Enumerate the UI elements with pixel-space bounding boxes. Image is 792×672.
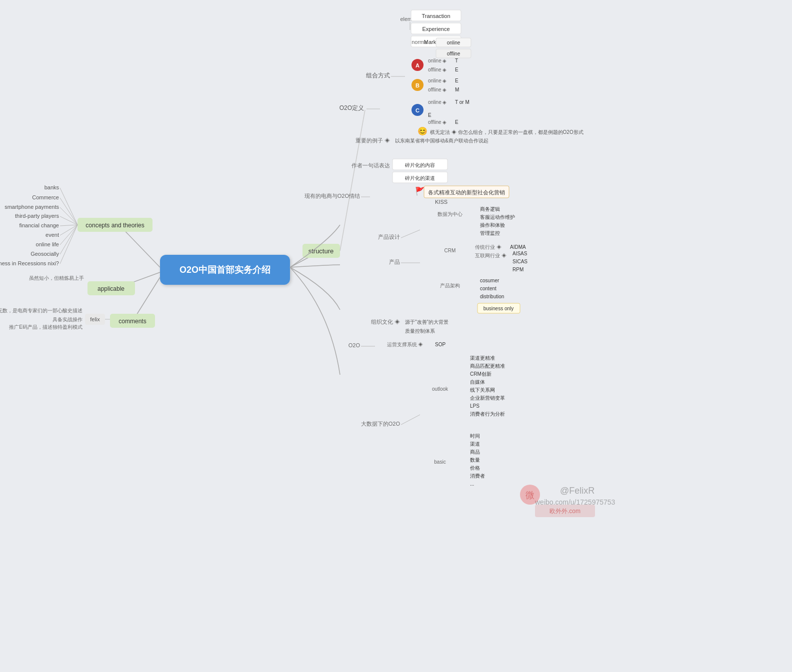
a-T: T <box>455 58 458 63</box>
c-online: online ◈ <box>428 99 446 105</box>
quality-control: 质量控制体系 <box>405 328 435 334</box>
combo-label: 组合方式 <box>366 72 390 79</box>
b-label: B <box>416 82 420 88</box>
normal-label: normal <box>412 39 428 45</box>
flag-icon: 🚩 <box>415 186 425 196</box>
financial-change-label: financial change <box>19 222 59 228</box>
geosocially-label: Geosocially <box>30 251 59 257</box>
felix-label: felix <box>90 316 100 322</box>
o2o-label: O2O <box>348 342 360 348</box>
kiss-label: KISS <box>435 199 448 205</box>
comment3: 推广E码产品，描述独特盈利模式 <box>9 324 82 330</box>
offline-normal-label: offline <box>447 51 460 56</box>
svg-rect-0 <box>0 0 792 672</box>
experience-label: Experience <box>422 26 450 32</box>
crm-label: CRM <box>444 248 456 253</box>
fragmented-channel: 碎片化的渠道 <box>404 175 435 181</box>
rpm-label: RPM <box>512 267 524 272</box>
important-example-label: 重要的例子 ◈ <box>356 137 390 143</box>
customer-ops: 客服运动作维护 <box>480 214 515 220</box>
center-label: O2O中国首部实务介绍 <box>180 264 270 275</box>
new-sales: 企业新营销变革 <box>470 395 505 401</box>
c-label: C <box>416 107 420 113</box>
data-center-label: 数据为中心 <box>438 211 462 217</box>
bigdata-label: 大数据下的O2O <box>361 421 400 427</box>
a-offline: offline ◈ <box>428 67 446 72</box>
comments-label: comments <box>118 318 146 325</box>
comment1: 示例无数，是电商专家们的一部心酸史描述 <box>0 308 82 313</box>
b-offline: offline ◈ <box>428 87 446 92</box>
smartphone-label: smartphone payments <box>4 204 59 210</box>
time-label: 时间 <box>470 433 480 439</box>
sicas-label: SICAS <box>512 259 528 264</box>
event-label: event <box>46 232 59 238</box>
content-label: content <box>480 286 496 291</box>
channel-label: 渠道 <box>470 441 480 447</box>
c-E2: E <box>455 119 458 125</box>
social-marketing-label: 各式精准互动的新型社会化营销 <box>428 189 505 195</box>
consumer-label: cosumer <box>480 278 500 283</box>
product-arch-label: 产品架构 <box>440 283 460 288</box>
a-label: A <box>416 62 420 68</box>
eu-label: 欧外外.com <box>550 508 580 515</box>
o2o-def-label: O2O定义 <box>340 104 364 111</box>
precise-match: 商品匹配更精准 <box>470 363 505 369</box>
fragmented-content: 碎片化的内容 <box>404 162 435 168</box>
concepts-label: concepts and theories <box>86 222 144 229</box>
quantity-label: 数量 <box>470 457 480 463</box>
internet-label: 互联网行业 ◈ <box>475 253 506 258</box>
precise-channel: 渠道更精准 <box>470 355 495 361</box>
lps-label: LPS <box>470 403 480 409</box>
banks-label: banks <box>44 184 60 190</box>
b-M: M <box>455 87 459 92</box>
applicable-sub: 虽然短小，但精炼易上手 <box>29 275 84 281</box>
c-TorM: T or M <box>455 99 470 105</box>
aisas-label: AISAS <box>512 251 528 256</box>
org-culture-desc: 源于"改善"的大背景 <box>405 319 448 325</box>
offline-network: 线下关系网 <box>470 387 495 393</box>
weibo-handle: @FelixR <box>560 486 594 496</box>
c-E1: E <box>428 112 432 118</box>
consumer2-label: 消费者 <box>470 473 485 479</box>
weibo-logo-text: 微 <box>526 490 534 500</box>
a-E: E <box>455 67 458 72</box>
comment2: 具备实战操作 <box>52 317 82 322</box>
commerce-label: Commerce <box>32 194 59 200</box>
sop-label: SOP <box>435 342 446 347</box>
business-logic: 商务逻辑 <box>480 206 500 212</box>
aidma-label: AIDMA <box>510 244 526 250</box>
author-quote-label: 作者一句话表达 <box>351 162 390 168</box>
business-only-label: business only <box>484 306 514 311</box>
distribution-label: distribution <box>480 294 504 299</box>
transaction-label: Transaction <box>422 13 450 19</box>
c-offline: offline ◈ <box>428 119 446 125</box>
existing-label: 现有的电商与O2O情结 <box>304 193 360 199</box>
self-media: 自媒体 <box>470 379 485 385</box>
consumer-analysis: 消费者行为分析 <box>470 411 505 417</box>
third-party-label: third-party players <box>15 213 60 219</box>
chess-label: 棋无定法 ◈ 你怎么组合，只要是正常的一盘棋，都是例题的O2O形式 <box>430 129 584 135</box>
org-culture-label: 组织文化 ◈ <box>371 319 400 325</box>
product-design-label: 产品设计 <box>378 234 400 240</box>
extra-label: ... <box>470 481 474 487</box>
outlook-label: outlook <box>432 386 448 392</box>
emoji-chess: 😊 <box>418 126 428 136</box>
product-label: 产品 <box>389 259 400 265</box>
applicable-label: applicable <box>98 285 124 292</box>
business-recessions-label: business in Recessions nixi? <box>0 260 59 266</box>
important-example-text: 以东南某省将中国移动&商户联动合作说起 <box>395 138 488 143</box>
basic-label: basic <box>434 459 446 465</box>
price-label: 价格 <box>470 465 480 471</box>
operations-exp: 操作和体验 <box>480 222 505 228</box>
b-E: E <box>455 78 458 83</box>
online-life-label: online life <box>36 241 59 247</box>
a-sub: online ◈ <box>428 58 446 63</box>
mgmt-monitor: 管理监控 <box>480 230 500 236</box>
online-normal-label: online <box>447 40 460 45</box>
traditional-label: 传统行业 ◈ <box>475 244 502 250</box>
ops-system-label: 运营支撑系统 ◈ <box>387 342 424 347</box>
product2-label: 商品 <box>470 449 480 455</box>
crm-innovation: CRM创新 <box>470 371 492 377</box>
b-online: online ◈ <box>428 78 446 83</box>
